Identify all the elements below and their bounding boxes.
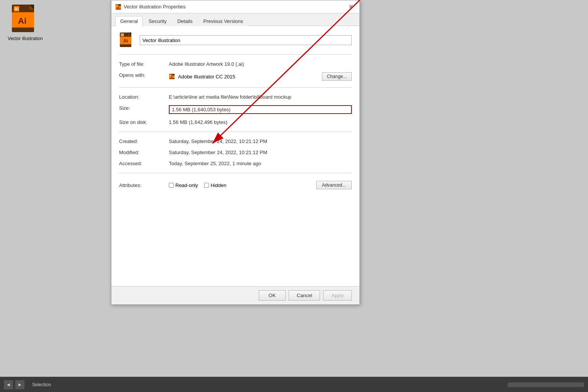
taskbar-scrollbar[interactable] bbox=[508, 382, 584, 387]
taskbar-next-button[interactable]: ▶ bbox=[15, 380, 24, 389]
size-row: Size: 1.56 MB (1,640,053 bytes) bbox=[119, 102, 352, 117]
file-icon[interactable]: Ai AI Vector illustration bbox=[4, 4, 46, 41]
close-button[interactable]: ✕ bbox=[346, 2, 356, 12]
ai-file-icon: Ai AI bbox=[10, 4, 41, 34]
opens-with-row: Opens with: Ai AI Adobe Illustrator CC 2… bbox=[119, 70, 352, 83]
dialog-content: Ai AI Type of file: Adobe Illustrator Ar… bbox=[111, 26, 359, 286]
tabs-bar: General Security Details Previous Versio… bbox=[111, 13, 359, 26]
size-on-disk-label: Size on disk: bbox=[119, 119, 169, 125]
cancel-button[interactable]: Cancel bbox=[289, 290, 320, 301]
modified-label: Modified: bbox=[119, 150, 169, 155]
modified-row: Modified: Saturday, September 24, 2022, … bbox=[119, 147, 352, 158]
size-value: 1.56 MB (1,640,053 bytes) bbox=[169, 105, 352, 114]
accessed-row: Accessed: Today, September 25, 2022, 1 m… bbox=[119, 158, 352, 169]
file-icon-label: Vector illustration bbox=[8, 36, 42, 41]
title-bar-left: Ai AI Vector illustration Properties bbox=[115, 4, 186, 10]
file-name-row: Ai AI bbox=[119, 32, 352, 48]
attributes-controls: Read-only Hidden Advanced... bbox=[169, 181, 352, 189]
type-row: Type of file: Adobe Illustrator Artwork … bbox=[119, 59, 352, 70]
hidden-checkbox[interactable] bbox=[204, 183, 209, 188]
taskbar-start: ◀ ▶ bbox=[4, 380, 24, 389]
apply-button[interactable]: Apply bbox=[323, 290, 352, 301]
created-value: Saturday, September 24, 2022, 10:21:12 P… bbox=[169, 138, 352, 144]
svg-text:AI: AI bbox=[15, 7, 19, 11]
type-value: Adobe Illustrator Artwork 19.0 (.ai) bbox=[169, 61, 352, 67]
attributes-row: Attributes: Read-only Hidden Advanced... bbox=[119, 177, 352, 193]
svg-text:AI: AI bbox=[170, 75, 172, 76]
location-label: Location: bbox=[119, 94, 169, 100]
svg-text:Ai: Ai bbox=[123, 38, 128, 44]
tab-general[interactable]: General bbox=[115, 16, 143, 26]
readonly-checkbox-item[interactable]: Read-only bbox=[169, 182, 198, 188]
attributes-label: Attributes: bbox=[119, 182, 169, 188]
svg-text:AI: AI bbox=[116, 5, 118, 6]
taskbar: ◀ ▶ Selection bbox=[0, 377, 588, 392]
tab-details[interactable]: Details bbox=[172, 16, 198, 26]
accessed-value: Today, September 25, 2022, 1 minute ago bbox=[169, 161, 352, 166]
dialog-title: Vector illustration Properties bbox=[124, 4, 186, 10]
ok-button[interactable]: OK bbox=[259, 290, 286, 301]
modified-value: Saturday, September 24, 2022, 10:21:12 P… bbox=[169, 150, 352, 155]
desktop: Ai AI Vector illustration Ai AI Vector i… bbox=[0, 0, 588, 377]
hidden-checkbox-item[interactable]: Hidden bbox=[204, 182, 226, 188]
taskbar-prev-button[interactable]: ◀ bbox=[4, 380, 13, 389]
dialog-footer: OK Cancel Apply bbox=[111, 286, 359, 304]
file-name-ai-icon: Ai AI bbox=[119, 32, 135, 48]
size-label: Size: bbox=[119, 105, 169, 111]
size-on-disk-value: 1.56 MB (1,642,496 bytes) bbox=[169, 119, 352, 125]
change-button[interactable]: Change... bbox=[322, 72, 352, 81]
created-row: Created: Saturday, September 24, 2022, 1… bbox=[119, 136, 352, 147]
file-name-input[interactable] bbox=[140, 35, 352, 45]
opens-with-content: Ai AI Adobe Illustrator CC 2015 Change..… bbox=[169, 72, 352, 81]
title-bar: Ai AI Vector illustration Properties ✕ bbox=[111, 0, 359, 13]
opens-with-app: Adobe Illustrator CC 2015 bbox=[178, 74, 235, 80]
svg-text:Ai: Ai bbox=[18, 16, 26, 26]
type-label: Type of file: bbox=[119, 61, 169, 67]
opens-with-ai-icon: Ai AI bbox=[169, 73, 175, 80]
advanced-button[interactable]: Advanced... bbox=[316, 181, 352, 189]
tab-security[interactable]: Security bbox=[144, 16, 172, 26]
location-row: Location: E:\article\line art media file… bbox=[119, 91, 352, 102]
taskbar-selection-label: Selection bbox=[32, 382, 51, 387]
location-value: E:\article\line art media file\New folde… bbox=[169, 94, 333, 100]
properties-dialog: Ai AI Vector illustration Properties ✕ G… bbox=[111, 0, 360, 305]
created-label: Created: bbox=[119, 138, 169, 144]
size-on-disk-row: Size on disk: 1.56 MB (1,642,496 bytes) bbox=[119, 117, 352, 128]
readonly-label: Read-only bbox=[175, 182, 198, 188]
accessed-label: Accessed: bbox=[119, 161, 169, 166]
svg-text:Ai: Ai bbox=[117, 7, 119, 9]
readonly-checkbox[interactable] bbox=[169, 183, 174, 188]
hidden-label: Hidden bbox=[211, 182, 226, 188]
opens-with-label: Opens with: bbox=[119, 72, 169, 78]
tab-previous-versions[interactable]: Previous Versions bbox=[198, 16, 248, 26]
svg-text:Ai: Ai bbox=[171, 76, 173, 78]
title-bar-ai-icon: Ai AI bbox=[115, 4, 121, 10]
svg-text:AI: AI bbox=[121, 34, 124, 36]
